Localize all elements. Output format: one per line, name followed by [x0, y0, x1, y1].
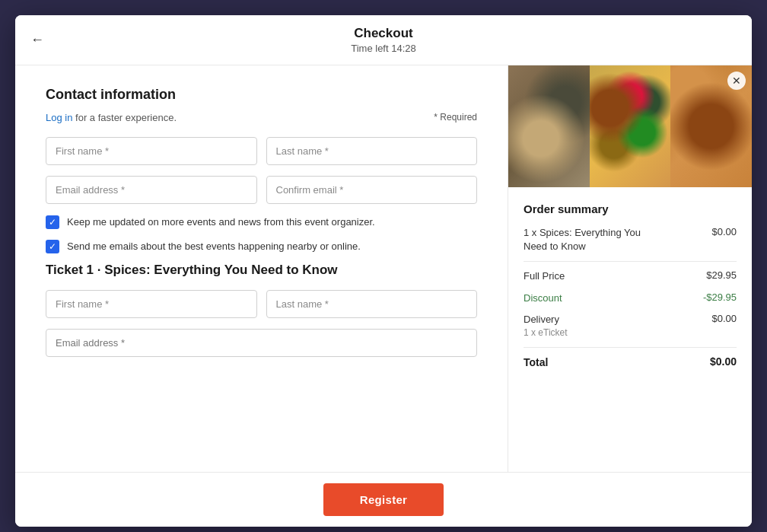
login-line: Log in for a faster experience. * Requir… [46, 112, 477, 123]
ticket-last-name-group [266, 290, 478, 318]
event-images-container: ✕ [508, 65, 752, 187]
login-suffix: for a faster experience. [75, 112, 177, 123]
checkbox-1[interactable]: ✓ [46, 215, 59, 229]
contact-name-row [46, 137, 477, 165]
checkbox-2[interactable]: ✓ [46, 240, 59, 253]
ticket-first-name-group [46, 290, 257, 318]
checkbox-label-1: Keep me updated on more events and news … [67, 215, 375, 230]
checkbox-row-2: ✓ Send me emails about the best events h… [46, 239, 477, 254]
ticket-section-title: Ticket 1 · Spices: Everything You Need t… [46, 263, 477, 278]
last-name-group [266, 137, 478, 165]
email-group [46, 176, 257, 204]
discount-label: Discount [524, 291, 562, 305]
full-price-label: Full Price [524, 269, 565, 283]
total-value: $0.00 [710, 355, 737, 368]
event-image-2 [590, 65, 671, 187]
right-panel: ✕ Order summary 1 x Spices: Everything Y… [508, 65, 752, 472]
checkbox-label-2: Send me emails about the best events hap… [67, 239, 361, 254]
first-name-group [46, 137, 257, 165]
back-button[interactable]: ← [30, 32, 44, 48]
contact-confirm-email-input[interactable] [266, 176, 478, 204]
discount-value: -$29.95 [703, 291, 737, 303]
register-button[interactable]: Register [323, 483, 444, 516]
modal-header: ← Checkout Time left 14:28 [15, 15, 752, 65]
header-center: Checkout Time left 14:28 [351, 26, 416, 54]
contact-first-name-input[interactable] [46, 137, 257, 165]
confirm-email-group [266, 176, 478, 204]
ticket-first-name-input[interactable] [46, 290, 257, 318]
ticket-name-row [46, 290, 477, 318]
order-divider-2 [524, 347, 737, 348]
login-link[interactable]: Log in [46, 112, 72, 123]
delivery-value: $0.00 [711, 313, 737, 324]
order-item-value: $0.00 [711, 226, 737, 237]
checkout-title: Checkout [351, 26, 416, 41]
close-button[interactable]: ✕ [727, 72, 746, 90]
left-panel: Contact information Log in for a faster … [15, 65, 508, 472]
close-icon: ✕ [732, 75, 741, 87]
full-price-row: Full Price $29.95 [524, 269, 737, 283]
back-icon: ← [30, 32, 44, 48]
delivery-row: Delivery 1 x eTicket $0.00 [524, 313, 737, 339]
modal-body: Contact information Log in for a faster … [15, 65, 752, 472]
timer-display: Time left 14:28 [351, 43, 416, 54]
check-icon-1: ✓ [49, 217, 56, 228]
order-summary-title: Order summary [524, 202, 737, 215]
contact-section-title: Contact information [46, 87, 477, 103]
ticket-last-name-input[interactable] [266, 290, 478, 318]
delivery-label: Delivery [524, 313, 568, 327]
order-item-row: 1 x Spices: Everything You Need to Know … [524, 226, 737, 253]
check-icon-2: ✓ [49, 241, 56, 252]
required-note: * Required [434, 112, 477, 123]
event-images [508, 65, 752, 187]
order-summary: Order summary 1 x Spices: Everything You… [508, 187, 752, 393]
total-label: Total [524, 355, 548, 371]
order-item-label: 1 x Spices: Everything You Need to Know [524, 226, 660, 253]
ticket-email-input[interactable] [46, 329, 477, 357]
contact-email-row [46, 176, 477, 204]
order-divider-1 [524, 261, 737, 262]
checkbox-row-1: ✓ Keep me updated on more events and new… [46, 215, 477, 230]
contact-email-input[interactable] [46, 176, 257, 204]
full-price-value: $29.95 [706, 269, 737, 281]
total-row: Total $0.00 [524, 355, 737, 371]
event-image-1 [508, 65, 590, 187]
checkout-modal: ← Checkout Time left 14:28 Contact infor… [15, 15, 752, 527]
modal-footer: Register [15, 472, 752, 527]
delivery-label-group: Delivery 1 x eTicket [524, 313, 568, 339]
contact-last-name-input[interactable] [266, 137, 478, 165]
discount-row: Discount -$29.95 [524, 291, 737, 305]
delivery-sub-label: 1 x eTicket [524, 327, 568, 339]
